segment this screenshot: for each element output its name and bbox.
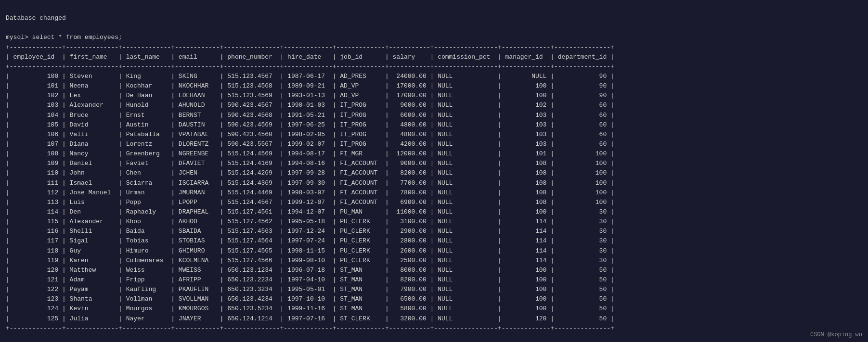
db-changed-line: Database changed [6, 14, 66, 22]
table-output: +--------------+--------------+---------… [6, 43, 862, 333]
mysql-command-line: mysql> select * from employees; [6, 34, 122, 41]
sql-result-table: +--------------+--------------+---------… [6, 43, 862, 333]
watermark: CSDN @koping_wu [810, 331, 862, 338]
terminal-output: Database changed mysql> select * from em… [6, 4, 862, 43]
